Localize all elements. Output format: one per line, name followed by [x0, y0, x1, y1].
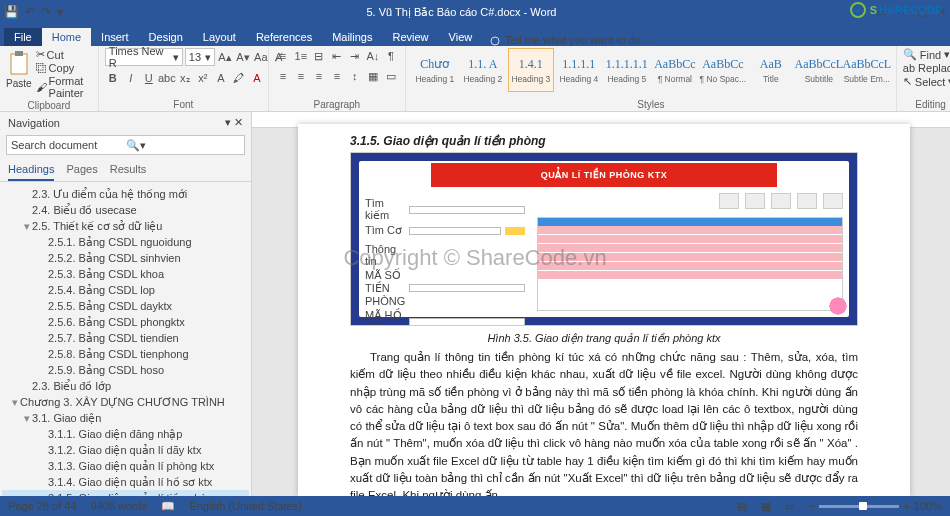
underline-icon[interactable]: U — [141, 70, 157, 86]
nav-tab-results[interactable]: Results — [110, 161, 147, 181]
nav-item[interactable]: 2.5.2. Bảng CSDL sinhvien — [2, 250, 249, 266]
zoom-out-icon[interactable]: − — [809, 500, 815, 512]
print-layout-icon[interactable]: ▦ — [761, 500, 771, 513]
style-subtitle[interactable]: AaBbCcLSubtitle — [796, 48, 842, 92]
align-left-icon[interactable]: ≡ — [275, 68, 291, 84]
style-heading-5[interactable]: 1.1.1.1.1Heading 5 — [604, 48, 650, 92]
highlight-icon[interactable]: 🖍 — [231, 70, 247, 86]
nav-item[interactable]: 2.5.4. Bảng CSDL lop — [2, 282, 249, 298]
tab-design[interactable]: Design — [139, 28, 193, 46]
multilevel-icon[interactable]: ⊟ — [311, 48, 327, 64]
tab-layout[interactable]: Layout — [193, 28, 246, 46]
change-case-icon[interactable]: Aa — [253, 49, 269, 65]
italic-icon[interactable]: I — [123, 70, 139, 86]
copy-button[interactable]: ⿻Copy — [36, 62, 92, 74]
style-title[interactable]: AaBTitle — [748, 48, 794, 92]
tab-mailings[interactable]: Mailings — [322, 28, 382, 46]
tab-insert[interactable]: Insert — [91, 28, 139, 46]
text-effects-icon[interactable]: A — [213, 70, 229, 86]
line-spacing-icon[interactable]: ↕ — [347, 68, 363, 84]
nav-search-input[interactable]: Search document 🔍▾ — [6, 135, 245, 155]
nav-tab-headings[interactable]: Headings — [8, 161, 54, 181]
font-name-select[interactable]: Times New R▾ — [105, 48, 183, 66]
read-mode-icon[interactable]: ▤ — [737, 500, 747, 513]
grow-font-icon[interactable]: A▴ — [217, 49, 233, 65]
nav-item[interactable]: 2.5.7. Bảng CSDL tiendien — [2, 330, 249, 346]
select-button[interactable]: ↖Select▾ — [903, 75, 950, 88]
tab-home[interactable]: Home — [42, 28, 91, 46]
paste-icon — [8, 50, 30, 76]
subscript-icon[interactable]: x₂ — [177, 70, 193, 86]
tab-view[interactable]: View — [439, 28, 483, 46]
font-color-icon[interactable]: A — [249, 70, 265, 86]
tab-file[interactable]: File — [4, 28, 42, 46]
sort-icon[interactable]: A↓ — [365, 48, 381, 64]
tell-me[interactable]: Tell me what you want to do... — [490, 34, 650, 46]
qat-more-icon[interactable]: ▾ — [57, 5, 63, 19]
format-painter-button[interactable]: 🖌Format Painter — [36, 75, 92, 99]
undo-icon[interactable]: ↶ — [25, 5, 35, 19]
editing-label: Editing — [903, 98, 950, 111]
tab-review[interactable]: Review — [383, 28, 439, 46]
nav-tree[interactable]: 2.3. Ưu điểm của hệ thống mới2.4. Biểu đ… — [0, 182, 251, 496]
style-heading-2[interactable]: 1.1. AHeading 2 — [460, 48, 506, 92]
style-heading-1[interactable]: ChươHeading 1 — [412, 48, 458, 92]
nav-item[interactable]: 2.3. Ưu điểm của hệ thống mới — [2, 186, 249, 202]
nav-item[interactable]: 3.1.4. Giao diện quản lí hồ sơ ktx — [2, 474, 249, 490]
styles-gallery[interactable]: ChươHeading 11.1. AHeading 21.4.1Heading… — [412, 48, 890, 92]
cut-button[interactable]: ✂Cut — [36, 48, 92, 61]
page-indicator[interactable]: Page 28 of 44 — [8, 500, 77, 512]
tab-references[interactable]: References — [246, 28, 322, 46]
shading-icon[interactable]: ▦ — [365, 68, 381, 84]
nav-item[interactable]: 2.3. Biểu đồ lớp — [2, 378, 249, 394]
align-right-icon[interactable]: ≡ — [311, 68, 327, 84]
style-heading-3[interactable]: 1.4.1Heading 3 — [508, 48, 554, 92]
paste-button[interactable]: Paste — [6, 48, 32, 89]
nav-item[interactable]: 3.1.2. Giao diện quản lí dãy ktx — [2, 442, 249, 458]
bold-icon[interactable]: B — [105, 70, 121, 86]
borders-icon[interactable]: ▭ — [383, 68, 399, 84]
nav-item[interactable]: ▾2.5. Thiết kế cơ sở dữ liệu — [2, 218, 249, 234]
ribbon: Paste ✂Cut ⿻Copy 🖌Format Painter Clipboa… — [0, 46, 950, 112]
zoom-in-icon[interactable]: + — [903, 500, 909, 512]
font-size-select[interactable]: 13▾ — [185, 48, 215, 66]
nav-item[interactable]: 2.4. Biểu đồ usecase — [2, 202, 249, 218]
strike-icon[interactable]: abc — [159, 70, 175, 86]
numbering-icon[interactable]: 1≡ — [293, 48, 309, 64]
nav-item[interactable]: 2.5.5. Bảng CSDL dayktx — [2, 298, 249, 314]
nav-item[interactable]: 2.5.8. Bảng CSDL tienphong — [2, 346, 249, 362]
language-indicator[interactable]: English (United States) — [189, 500, 302, 512]
nav-item[interactable]: ▾Chương 3. XÂY DỰNG CHƯƠNG TRÌNH — [2, 394, 249, 410]
style--normal[interactable]: AaBbCc¶ Normal — [652, 48, 698, 92]
align-center-icon[interactable]: ≡ — [293, 68, 309, 84]
zoom-slider[interactable]: − + 100% — [809, 500, 942, 512]
nav-close-icon[interactable]: ▾ ✕ — [225, 116, 243, 129]
nav-item[interactable]: 2.5.6. Bảng CSDL phongktx — [2, 314, 249, 330]
shrink-font-icon[interactable]: A▾ — [235, 49, 251, 65]
bullets-icon[interactable]: ≡ — [275, 48, 291, 64]
word-count[interactable]: 9408 words — [91, 500, 148, 512]
nav-item[interactable]: ▾3.1. Giao diện — [2, 410, 249, 426]
save-icon[interactable]: 💾 — [4, 5, 19, 19]
nav-item[interactable]: 3.1.1. Giao diện đăng nhập — [2, 426, 249, 442]
nav-item[interactable]: 2.5.1. Bảng CSDL nguoidung — [2, 234, 249, 250]
web-layout-icon[interactable]: ▭ — [785, 500, 795, 513]
style-subtle-em-[interactable]: AaBbCcLSubtle Em... — [844, 48, 890, 92]
nav-item[interactable]: 2.5.9. Bảng CSDL hoso — [2, 362, 249, 378]
inc-indent-icon[interactable]: ⇥ — [347, 48, 363, 64]
nav-tab-pages[interactable]: Pages — [66, 161, 97, 181]
find-button[interactable]: 🔍Find▾ — [903, 48, 950, 61]
zoom-level[interactable]: 100% — [914, 500, 942, 512]
spell-check-icon[interactable]: 📖 — [161, 500, 175, 513]
dec-indent-icon[interactable]: ⇤ — [329, 48, 345, 64]
redo-icon[interactable]: ↷ — [41, 5, 51, 19]
style--no-spac-[interactable]: AaBbCc¶ No Spac... — [700, 48, 746, 92]
show-marks-icon[interactable]: ¶ — [383, 48, 399, 64]
nav-item[interactable]: 2.5.3. Bảng CSDL khoa — [2, 266, 249, 282]
replace-button[interactable]: abReplace — [903, 62, 950, 74]
superscript-icon[interactable]: x² — [195, 70, 211, 86]
justify-icon[interactable]: ≡ — [329, 68, 345, 84]
style-heading-4[interactable]: 1.1.1.1Heading 4 — [556, 48, 602, 92]
nav-item[interactable]: 3.1.3. Giao diện quản lí phòng ktx — [2, 458, 249, 474]
page[interactable]: 3.1.5. Giao diện quản lí tiền phòng QUẢN… — [298, 124, 910, 496]
